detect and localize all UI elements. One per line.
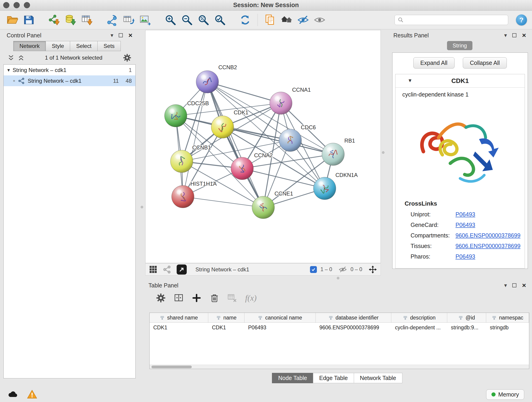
- hide-selected-button[interactable]: [296, 13, 310, 27]
- network-node-CDK1[interactable]: [211, 116, 234, 138]
- network-node-CCNB2[interactable]: [196, 70, 219, 93]
- table-panel-menu-icon[interactable]: ▾: [504, 283, 507, 288]
- bottom-splitter-handle[interactable]: [337, 277, 339, 279]
- pan-crosshair-icon[interactable]: [369, 265, 377, 274]
- network-collection-row[interactable]: ▾ String Network – cdk1 1: [4, 65, 135, 75]
- network-node-HIST1H1A[interactable]: [172, 185, 194, 208]
- hidden-eye-slash-icon[interactable]: [339, 265, 347, 274]
- collapse-all-button[interactable]: Collapse All: [463, 57, 507, 69]
- network-node-CDC6[interactable]: [279, 129, 302, 152]
- horizontal-scrollbar[interactable]: [150, 365, 529, 369]
- control-panel-float-icon[interactable]: [119, 33, 123, 37]
- memory-button[interactable]: Memory: [486, 389, 524, 400]
- tab-node-table[interactable]: Node Table: [272, 373, 313, 383]
- add-column-icon[interactable]: [191, 293, 202, 303]
- results-panel-menu-icon[interactable]: ▾: [504, 32, 507, 38]
- collapse-all-networks-icon[interactable]: [7, 54, 14, 61]
- edge-CCNB2-HIST1H1A[interactable]: [183, 82, 207, 197]
- results-panel-float-icon[interactable]: [512, 33, 516, 37]
- network-from-table-button[interactable]: [121, 13, 136, 27]
- network-overview-icon[interactable]: [163, 265, 171, 274]
- expand-all-button[interactable]: Expand All: [413, 57, 455, 69]
- import-network-database-button[interactable]: [63, 13, 78, 27]
- control-panel-menu-icon[interactable]: ▾: [110, 32, 113, 38]
- zoom-out-button[interactable]: [180, 13, 194, 27]
- update-refresh-button[interactable]: [238, 13, 253, 27]
- crosslink-link[interactable]: 9606.ENSP00000378699: [456, 243, 520, 249]
- column-header-id[interactable]: @id: [447, 313, 486, 322]
- network-node-CDKN1A[interactable]: [313, 177, 336, 200]
- automation-home-button[interactable]: [279, 13, 294, 27]
- export-image-button[interactable]: [138, 13, 152, 27]
- network-node-CDC25B[interactable]: [165, 104, 187, 127]
- zoom-fit-button[interactable]: [196, 13, 211, 27]
- tab-select[interactable]: Select: [70, 41, 98, 51]
- results-panel-close-icon[interactable]: ×: [522, 32, 526, 39]
- tab-network[interactable]: Network: [13, 41, 46, 51]
- tab-network-table[interactable]: Network Table: [354, 373, 402, 383]
- network-node-RB1[interactable]: [322, 143, 344, 166]
- column-header-description[interactable]: description: [391, 313, 447, 322]
- close-window-button[interactable]: [3, 2, 9, 8]
- left-splitter-handle[interactable]: [141, 206, 143, 208]
- scrollbar-thumb[interactable]: [152, 366, 192, 368]
- open-in-window-button[interactable]: [177, 264, 187, 274]
- edge-HIST1H1A-CCNE1[interactable]: [183, 197, 263, 207]
- network-node-CCNB1[interactable]: [171, 150, 193, 172]
- protein-expander-icon[interactable]: ▾: [409, 78, 411, 83]
- network-graph[interactable]: CCNB2CCNA1CDC25BCDK1CDC6RB1CCNB1CCNA2CDK…: [146, 30, 380, 263]
- network-node-CCNA1[interactable]: [270, 92, 292, 114]
- import-network-file-button[interactable]: [47, 13, 61, 27]
- edge-CCNB2-CCNA1[interactable]: [207, 82, 281, 103]
- network-canvas[interactable]: CCNB2CCNA1CDC25BCDK1CDC6RB1CCNB1CCNA2CDK…: [145, 30, 381, 263]
- new-network-button[interactable]: [105, 13, 120, 27]
- help-button[interactable]: ?: [516, 14, 527, 26]
- crosslink-link[interactable]: P06493: [456, 253, 475, 260]
- crosslink-link[interactable]: P06493: [456, 222, 475, 228]
- warning-icon[interactable]: [27, 389, 37, 400]
- control-panel-close-icon[interactable]: ×: [128, 32, 133, 39]
- selected-checkbox-icon[interactable]: [310, 266, 317, 273]
- tab-sets[interactable]: Sets: [97, 41, 121, 51]
- tab-edge-table[interactable]: Edge Table: [313, 373, 354, 383]
- search-input[interactable]: [406, 17, 505, 23]
- table-settings-gear-icon[interactable]: [156, 293, 166, 303]
- table-panel-close-icon[interactable]: ×: [522, 282, 526, 289]
- collection-expander-icon[interactable]: ▾: [7, 68, 10, 73]
- delete-table-icon[interactable]: [227, 293, 237, 303]
- function-builder-button[interactable]: f(x): [245, 293, 257, 303]
- save-session-button[interactable]: [22, 13, 36, 27]
- column-header-shared-name[interactable]: shared name: [150, 313, 208, 322]
- results-tab-string[interactable]: String: [447, 41, 472, 50]
- crosslink-link[interactable]: P06493: [456, 211, 475, 218]
- zoom-selected-button[interactable]: [213, 13, 227, 27]
- show-all-button[interactable]: [312, 13, 327, 27]
- column-header-name[interactable]: name: [208, 313, 244, 322]
- grid-view-icon[interactable]: [149, 265, 157, 274]
- network-options-gear-icon[interactable]: [123, 53, 132, 62]
- cloud-icon[interactable]: [8, 389, 18, 400]
- table-row[interactable]: CDK1CDK1P064939606.ENSP00000378699cyclin…: [150, 323, 529, 332]
- zoom-in-button[interactable]: [163, 13, 178, 27]
- open-session-button[interactable]: [5, 13, 20, 27]
- tab-style[interactable]: Style: [46, 41, 70, 51]
- copy-document-button[interactable]: [263, 13, 278, 27]
- zoom-window-button[interactable]: [24, 2, 30, 8]
- minimize-window-button[interactable]: [13, 2, 20, 8]
- network-node-CCNA2[interactable]: [231, 157, 253, 180]
- edge-CCNB2-CCNE1[interactable]: [207, 82, 263, 207]
- crosslink-link[interactable]: 9606.ENSP00000378699: [456, 232, 520, 239]
- show-columns-icon[interactable]: [174, 293, 184, 303]
- search-box[interactable]: [394, 15, 508, 25]
- protein-section-header[interactable]: ▾ CDK1: [395, 74, 525, 88]
- table-panel-float-icon[interactable]: [512, 283, 516, 287]
- network-row[interactable]: ● String Network – cdk1 11 48: [4, 75, 135, 86]
- column-header-database-identifier[interactable]: database identifier: [316, 313, 391, 322]
- column-header-namespac[interactable]: namespac: [486, 313, 529, 322]
- right-splitter-handle[interactable]: [382, 151, 385, 154]
- expand-all-networks-icon[interactable]: [18, 54, 25, 61]
- import-table-button[interactable]: [80, 13, 94, 27]
- delete-column-trash-icon[interactable]: [209, 293, 220, 303]
- network-node-CCNE1[interactable]: [252, 196, 274, 219]
- column-header-canonical-name[interactable]: canonical name: [244, 313, 316, 322]
